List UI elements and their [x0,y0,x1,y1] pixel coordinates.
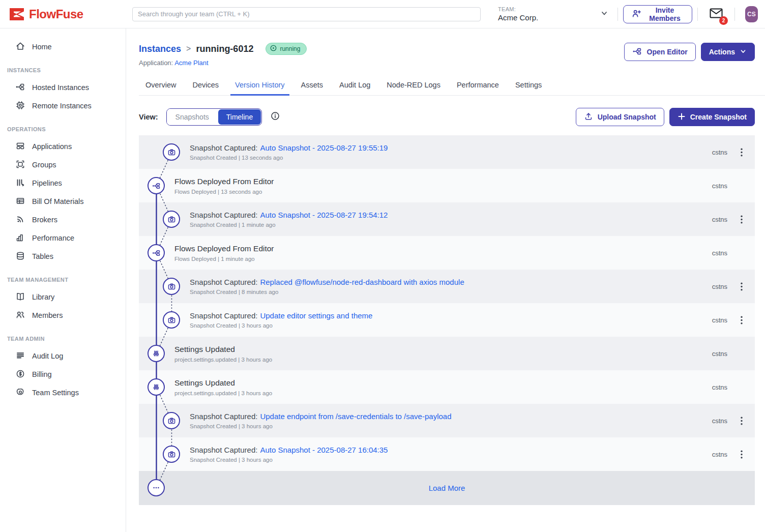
actions-button[interactable]: Actions [701,43,755,61]
node-icon [15,82,25,94]
broadcast-icon [15,214,25,226]
timeline-row: Snapshot Captured:Update endpoint from /… [139,404,755,437]
status-badge: running [266,43,307,55]
timeline-row: Snapshot Captured:Auto Snapshot - 2025-0… [139,202,755,236]
notifications-button[interactable]: 2 [709,7,723,21]
row-menu-button[interactable] [735,279,748,293]
toggle-snapshots[interactable]: Snapshots [167,109,218,125]
plus-icon [678,112,686,122]
tab-performance[interactable]: Performance [450,76,506,95]
timeline-row: Snapshot Captured:Auto Snapshot - 2025-0… [139,437,755,471]
sidebar-item-pipelines[interactable]: Pipelines [0,174,126,192]
sidebar-item-library[interactable]: Library [0,288,126,306]
row-meta: Flows Deployed | 1 minute ago [174,256,274,262]
team-name: Acme Corp. [498,13,538,22]
tab-assets[interactable]: Assets [295,76,330,95]
divider [734,8,735,21]
sidebar-item-groups[interactable]: Groups [0,156,126,174]
row-menu-button[interactable] [735,212,748,226]
sidebar-item-label: Brokers [32,216,57,224]
sidebar-item-label: Performance [32,234,74,242]
timeline-row: Settings Updated project.settings.update… [139,370,755,404]
sidebar-item-brokers[interactable]: Brokers [0,211,126,229]
sidebar-item-applications[interactable]: Applications [0,137,126,156]
camera-icon [163,143,180,161]
ellipsis-icon[interactable] [148,479,165,496]
snapshot-link[interactable]: Auto Snapshot - 2025-08-27 19:55:19 [260,143,388,152]
open-editor-button[interactable]: Open Editor [624,43,696,61]
sidebar-item-bill-of-materials[interactable]: Bill Of Materials [0,192,126,211]
row-meta: Flows Deployed | 13 seconds ago [174,189,274,195]
tab-overview[interactable]: Overview [139,76,183,95]
divider [697,8,698,21]
sidebar-item-label: Team Settings [32,389,79,397]
sidebar-item-label: Billing [32,370,52,378]
sidebar-item-hosted-instances[interactable]: Hosted Instances [0,78,126,97]
row-user: cstns [712,451,727,458]
sidebar-item-audit-log[interactable]: Audit Log [0,347,126,365]
timeline-row: Snapshot Captured:Update editor settings… [139,303,755,337]
top-navbar: FlowFuse TEAM: Acme Corp. Invite Members… [0,0,765,28]
tab-devices[interactable]: Devices [186,76,225,95]
application-label: Application: [139,59,173,67]
group-chip-icon [15,159,25,171]
view-toggle: Snapshots Timeline [166,108,262,126]
sidebar-item-members[interactable]: Members [0,306,126,324]
upload-snapshot-button[interactable]: Upload Snapshot [576,108,664,126]
application-link[interactable]: Acme Plant [174,59,208,67]
sidebar-item-billing[interactable]: Billing [0,365,126,383]
snapshot-link[interactable]: Replaced @flowfuse/node-red-dashboard wi… [260,278,464,286]
deploy-icon [148,177,165,194]
camera-icon [163,211,180,228]
info-icon[interactable] [270,111,280,123]
row-meta: Snapshot Created | 1 minute ago [190,222,388,228]
row-menu-button[interactable] [735,145,748,159]
row-meta: Snapshot Created | 13 seconds ago [190,155,388,161]
dollar-circle-icon [15,369,25,380]
search-input[interactable] [132,7,481,21]
chevron-down-icon [600,9,608,19]
actions-label: Actions [709,48,735,56]
sidebar-item-label: Applications [32,142,72,151]
row-menu-button[interactable] [735,313,748,327]
event-title: Settings Updated [174,345,272,354]
sidebar-item-home[interactable]: Home [0,38,126,56]
running-status-icon [270,45,277,53]
row-menu-button[interactable] [735,447,748,461]
breadcrumb-separator: > [186,44,191,53]
view-label: View: [139,113,158,121]
book-icon [15,291,25,303]
flowfuse-logo[interactable]: FlowFuse [0,7,123,21]
avatar[interactable]: CS [745,6,758,22]
load-more-link[interactable]: Load More [429,484,465,492]
row-meta: Snapshot Created | 3 hours ago [190,322,372,329]
create-snapshot-button[interactable]: Create Snapshot [669,108,755,126]
invite-members-button[interactable]: Invite Members [623,5,692,23]
sidebar-item-performance[interactable]: Performance [0,229,126,247]
tab-settings[interactable]: Settings [509,76,548,95]
tab-audit-log[interactable]: Audit Log [333,76,377,95]
sidebar-item-label: Audit Log [32,352,63,360]
tab-version-history[interactable]: Version History [228,76,291,95]
node-editor-icon [632,46,642,58]
snapshot-link[interactable]: Update editor settings and theme [260,311,372,320]
toggle-timeline[interactable]: Timeline [218,109,261,125]
sidebar-section-instances: INSTANCES [0,67,126,73]
sidebar-item-remote-instances[interactable]: Remote Instances [0,97,126,115]
row-meta: Snapshot Created | 8 minutes ago [190,289,464,295]
notification-badge: 2 [719,16,728,25]
row-menu-button[interactable] [735,413,748,428]
timeline-row: Snapshot Captured:Replaced @flowfuse/nod… [139,270,755,303]
upload-snapshot-label: Upload Snapshot [598,113,656,121]
sidebar: Home INSTANCES Hosted Instances Remote I… [0,28,126,532]
snapshot-link[interactable]: Auto Snapshot - 2025-08-27 19:54:12 [260,211,388,219]
sidebar-item-team-settings[interactable]: Team Settings [0,383,126,402]
tab-node-red-logs[interactable]: Node-RED Logs [380,76,447,95]
team-selector[interactable]: TEAM: Acme Corp. [498,6,612,22]
sidebar-item-tables[interactable]: Tables [0,247,126,265]
snapshot-link[interactable]: Update endpoint from /save-credentials t… [260,412,451,421]
bar-chart-icon [15,232,25,244]
row-title-prefix: Snapshot Captured: [190,446,257,454]
snapshot-link[interactable]: Auto Snapshot - 2025-08-27 16:04:35 [260,446,388,454]
breadcrumb-instances-link[interactable]: Instances [139,44,181,54]
